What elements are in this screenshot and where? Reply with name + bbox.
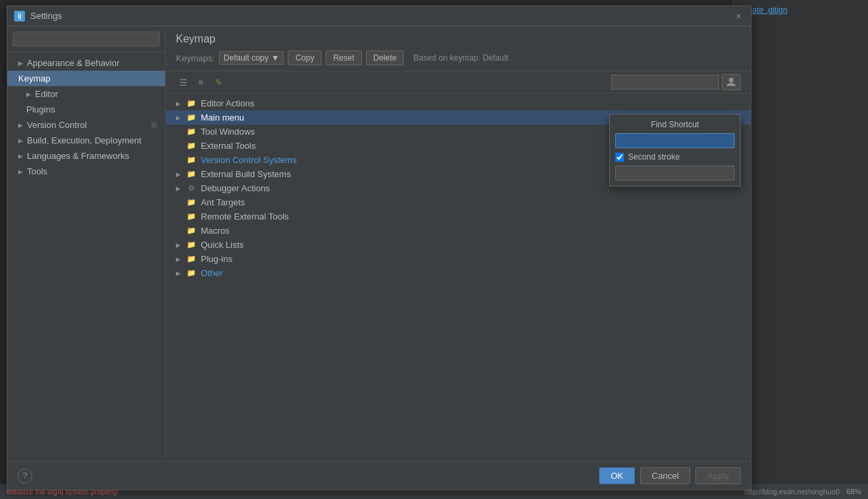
arrow-other: ▶ <box>176 270 185 277</box>
dropdown-arrow-icon: ▼ <box>272 53 280 63</box>
folder-icon-macros: 📁 <box>185 226 197 236</box>
reset-button[interactable]: Reset <box>326 51 361 65</box>
tree-item-editor-actions-label: Editor Actions <box>201 98 741 108</box>
tree-item-remote-external[interactable]: 📁 Remote External Tools <box>166 209 751 224</box>
find-shortcut-button[interactable] <box>722 74 741 90</box>
expand-all-button[interactable]: ☰ <box>176 75 191 90</box>
sidebar-item-version-control-label: Version Control <box>27 120 87 130</box>
dialog-body: Appearance & Behavior Keymap Editor Plug… <box>7 26 751 461</box>
sidebar: Appearance & Behavior Keymap Editor Plug… <box>7 26 166 461</box>
copy-button[interactable]: Copy <box>288 51 321 65</box>
sidebar-items: Appearance & Behavior Keymap Editor Plug… <box>7 53 165 461</box>
sidebar-item-keymap-label: Keymap <box>18 73 51 84</box>
sidebar-item-tools[interactable]: Tools <box>7 164 165 179</box>
folder-icon-editor-actions: 📁 <box>185 99 197 108</box>
version-control-icon: ⊞ <box>151 121 157 129</box>
dialog-titlebar: ij Settings × <box>7 6 751 26</box>
dialog-footer: ? OK Cancel Apply <box>7 461 751 490</box>
create-gitignore-link[interactable]: Create .gitign <box>734 0 868 20</box>
sidebar-item-languages[interactable]: Languages & Frameworks <box>7 148 165 164</box>
keymap-toolbar: Keymaps: Default copy ▼ Copy Reset Delet… <box>176 51 741 65</box>
folder-icon-ant: 📁 <box>185 198 197 207</box>
tree-item-macros[interactable]: 📁 Macros <box>166 224 751 238</box>
folder-icon-quick-lists: 📁 <box>185 240 197 250</box>
tree-item-quick-lists-label: Quick Lists <box>201 240 741 250</box>
folder-icon-external-build: 📁 <box>185 170 197 179</box>
close-button[interactable]: × <box>733 11 744 22</box>
based-on-text: Based on keymap: Default <box>413 53 508 63</box>
tree-item-quick-lists[interactable]: ▶ 📁 Quick Lists <box>166 238 751 252</box>
title-icon-text: ij <box>18 12 22 20</box>
tree-item-ant-label: Ant Targets <box>201 197 741 207</box>
arrow-vcs <box>176 157 185 164</box>
folder-icon-plug-ins: 📁 <box>185 255 197 264</box>
tree-toolbar: ☰ ≡ ✎ <box>166 71 751 94</box>
status-url: http://blog.esdn.net/xinghuo0 <box>745 488 840 496</box>
ide-right-panel: Create .gitign <box>733 0 868 499</box>
tree-item-plug-ins[interactable]: ▶ 📁 Plug-ins <box>166 252 751 266</box>
svg-point-0 <box>729 78 733 82</box>
find-shortcut-second-input[interactable] <box>615 166 735 180</box>
apply-button[interactable]: Apply <box>695 467 741 484</box>
sidebar-item-appearance[interactable]: Appearance & Behavior <box>7 55 165 71</box>
find-shortcut-title: Find Shortcut <box>615 120 735 129</box>
tree-search-input[interactable] <box>611 75 719 90</box>
sidebar-item-appearance-label: Appearance & Behavior <box>27 58 119 68</box>
arrow-plug-ins: ▶ <box>176 256 185 263</box>
sidebar-search-input[interactable] <box>13 32 160 46</box>
tree-item-editor-actions[interactable]: ▶ 📁 Editor Actions <box>166 96 751 110</box>
arrow-main-menu: ▶ <box>176 114 185 121</box>
second-stroke-checkbox[interactable] <box>615 153 624 162</box>
sidebar-item-languages-label: Languages & Frameworks <box>27 151 129 161</box>
arrow-macros <box>176 228 185 234</box>
content-area: Keymap Keymaps: Default copy ▼ Copy Rese… <box>166 26 751 461</box>
content-header: Keymap Keymaps: Default copy ▼ Copy Rese… <box>166 26 751 71</box>
arrow-external-build: ▶ <box>176 171 185 178</box>
sidebar-item-tools-label: Tools <box>27 166 47 176</box>
find-shortcut-primary-input[interactable] <box>615 133 735 148</box>
folder-icon-remote: 📁 <box>185 212 197 222</box>
folder-icon-other: 📁 <box>185 269 197 278</box>
help-button[interactable]: ? <box>18 469 32 484</box>
sidebar-item-build-label: Build, Execution, Deployment <box>27 135 142 145</box>
keymaps-label: Keymaps: <box>176 53 215 63</box>
settings-dialog: ij Settings × Appearance & Behavior Keym… <box>7 5 751 490</box>
keymap-value: Default copy <box>224 53 269 63</box>
tree-search-box <box>611 74 741 90</box>
find-shortcut-popup: Find Shortcut Second stroke <box>609 114 741 187</box>
dialog-title: Settings <box>30 11 62 21</box>
tree-item-ant-targets[interactable]: 📁 Ant Targets <box>166 195 751 209</box>
tree-item-remote-label: Remote External Tools <box>201 211 741 222</box>
ok-button[interactable]: OK <box>599 467 635 484</box>
keymap-dropdown[interactable]: Default copy ▼ <box>219 51 284 65</box>
sidebar-item-plugins-label: Plugins <box>26 104 55 114</box>
tree-item-other-label: Other <box>201 268 741 278</box>
folder-icon-vcs: 📁 <box>185 156 197 165</box>
sidebar-item-editor-label: Editor <box>35 89 58 99</box>
arrow-quick-lists: ▶ <box>176 242 185 248</box>
delete-button[interactable]: Delete <box>366 51 404 65</box>
dialog-title-icon: ij <box>14 11 25 22</box>
add-shortcut-button[interactable]: ✎ <box>211 75 226 90</box>
sidebar-item-plugins[interactable]: Plugins <box>7 102 165 117</box>
tree-item-plug-ins-label: Plug-ins <box>201 254 741 264</box>
collapse-all-button[interactable]: ≡ <box>193 75 208 90</box>
person-icon <box>726 77 737 88</box>
cancel-button[interactable]: Cancel <box>640 467 690 484</box>
arrow-external-tools <box>176 143 185 149</box>
sidebar-item-editor[interactable]: Editor <box>7 86 165 102</box>
sidebar-item-keymap[interactable]: Keymap <box>7 71 165 86</box>
arrow-remote <box>176 213 185 220</box>
sidebar-item-build[interactable]: Build, Execution, Deployment <box>7 133 165 148</box>
folder-icon-main-menu: 📁 <box>185 113 197 123</box>
footer-buttons: OK Cancel Apply <box>599 467 741 484</box>
folder-icon-debugger: ⚙ <box>185 184 197 193</box>
arrow-tool-windows <box>176 129 185 135</box>
content-title: Keymap <box>176 33 741 45</box>
sidebar-item-version-control[interactable]: Version Control ⊞ <box>7 117 165 133</box>
second-stroke-label: Second stroke <box>628 152 680 162</box>
tree-item-other[interactable]: ▶ 📁 Other <box>166 266 751 280</box>
zoom-level: 68% <box>846 488 861 496</box>
tree-item-macros-label: Macros <box>201 226 741 236</box>
arrow-ant <box>176 199 185 206</box>
